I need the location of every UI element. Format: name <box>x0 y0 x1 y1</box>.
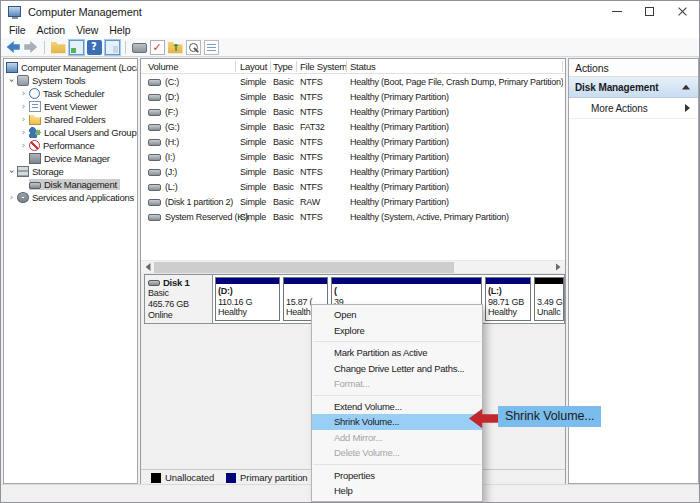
search-icon[interactable] <box>186 40 201 55</box>
context-menu-item[interactable]: Change Drive Letter and Paths... <box>312 361 482 377</box>
column-header-volume[interactable]: Volume <box>148 61 178 72</box>
tree-item[interactable]: Performance <box>18 139 137 152</box>
toolbar-button[interactable] <box>184 40 202 55</box>
column-header-file-system[interactable]: File System <box>300 61 347 72</box>
partition-box[interactable]: (L:) 98.71 GB Healthy <box>485 277 531 321</box>
maximize-button[interactable] <box>633 1 666 22</box>
minimize-button[interactable] <box>600 1 633 22</box>
upload-folder-icon[interactable] <box>168 40 183 55</box>
device-icon[interactable] <box>132 43 147 53</box>
partition-box[interactable]: 3.49 G Unallc <box>534 277 564 321</box>
tree-chevron-icon[interactable] <box>18 114 29 125</box>
tree-item[interactable]: Shared Folders <box>18 113 137 126</box>
tree-chevron-icon[interactable] <box>6 75 17 86</box>
column-divider[interactable] <box>270 61 271 72</box>
tree-chevron-icon[interactable] <box>18 88 29 99</box>
export-folder-icon[interactable] <box>51 40 66 55</box>
menubar-item[interactable]: View <box>76 24 98 36</box>
volume-row[interactable]: (I:) Simple Basic NTFS Healthy (Primary … <box>141 150 565 165</box>
toolbar-button[interactable] <box>67 40 85 55</box>
tree-item[interactable]: Computer Management (Local <box>3 61 137 74</box>
context-menu-item[interactable]: Add Mirror... <box>312 430 482 446</box>
more-actions-item[interactable]: More Actions <box>569 98 698 119</box>
volume-row[interactable]: (G:) Simple Basic FAT32 Healthy (Primary… <box>141 120 565 135</box>
context-menu-item[interactable]: Properties <box>312 468 482 484</box>
volume-row[interactable]: (C:) Simple Basic NTFS Healthy (Boot, Pa… <box>141 75 565 90</box>
column-header-layout[interactable]: Layout <box>240 61 267 72</box>
column-divider[interactable] <box>562 61 563 72</box>
actions-section-disk-management[interactable]: Disk Management <box>569 77 698 98</box>
tree-chevron-icon[interactable] <box>6 192 17 203</box>
volume-row[interactable]: System Reserved (K:) Simple Basic NTFS H… <box>141 210 565 225</box>
partition-status: Unallc <box>537 307 561 318</box>
tree-chevron-icon[interactable] <box>18 101 29 112</box>
context-menu-item[interactable]: Extend Volume... <box>312 399 482 415</box>
volume-row[interactable]: (F:) Simple Basic NTFS Healthy (Primary … <box>141 105 565 120</box>
context-menu-item[interactable]: Open <box>312 307 482 323</box>
partition-size: 110.16 G <box>218 297 277 308</box>
volume-row[interactable]: (H:) Simple Basic NTFS Healthy (Primary … <box>141 135 565 150</box>
toolbar-button[interactable] <box>202 40 220 55</box>
disk-label[interactable]: Disk 1 Basic 465.76 GB Online <box>145 275 213 323</box>
volume-type: Basic <box>273 152 294 162</box>
context-menu-item[interactable]: Help <box>312 483 482 499</box>
toolbar-button[interactable] <box>103 40 121 55</box>
toolbar-button[interactable] <box>130 41 148 53</box>
context-menu-item[interactable]: Delete Volume... <box>312 445 482 461</box>
menubar-item[interactable]: File <box>9 24 26 36</box>
column-header-status[interactable]: Status <box>350 61 563 72</box>
toolbar-button[interactable] <box>4 40 22 55</box>
back-arrow-icon[interactable] <box>6 40 21 55</box>
tree-chevron-icon[interactable] <box>6 166 17 177</box>
scrollbar-thumb[interactable] <box>154 262 454 273</box>
toolbar-button[interactable] <box>40 41 49 54</box>
column-header-type[interactable]: Type <box>273 61 293 72</box>
collapse-icon[interactable] <box>682 85 690 90</box>
checklist-icon[interactable] <box>150 40 165 55</box>
tree-chevron-icon[interactable] <box>18 140 29 151</box>
tree-item[interactable]: Task Scheduler <box>18 87 137 100</box>
tree-item[interactable]: Disk Management <box>18 178 137 191</box>
scroll-right-button[interactable] <box>551 261 565 273</box>
context-menu-item[interactable]: Mark Partition as Active <box>312 345 482 361</box>
help-icon[interactable] <box>87 40 102 55</box>
volume-row[interactable]: (D:) Simple Basic NTFS Healthy (Primary … <box>141 90 565 105</box>
scroll-left-button[interactable] <box>141 261 155 273</box>
toolbar-button[interactable] <box>22 40 40 55</box>
toolbar-button[interactable] <box>121 41 130 54</box>
horizontal-scrollbar[interactable] <box>141 260 565 274</box>
show-console-tree-icon[interactable] <box>69 40 84 55</box>
tree-item[interactable]: Device Manager <box>18 152 137 165</box>
toolbar-button[interactable] <box>85 40 103 55</box>
partition-box[interactable]: (D:) 110.16 G Healthy <box>215 277 280 321</box>
menubar-item[interactable]: Help <box>109 24 130 36</box>
menubar-item[interactable]: Action <box>37 24 66 36</box>
context-menu-item[interactable]: Explore <box>312 323 482 339</box>
volume-row[interactable]: (L:) Simple Basic NTFS Healthy (Primary … <box>141 180 565 195</box>
close-button[interactable] <box>666 1 699 22</box>
toolbar-button[interactable] <box>166 40 184 55</box>
volume-row[interactable]: (Disk 1 partition 2) Simple Basic RAW He… <box>141 195 565 210</box>
tree-chevron-icon[interactable] <box>18 127 29 138</box>
properties-icon[interactable] <box>204 40 219 55</box>
tree-item[interactable]: System Tools <box>6 74 137 87</box>
context-menu: Open Explore Mark Partition as Active Ch… <box>311 304 483 502</box>
column-divider[interactable] <box>235 61 236 72</box>
volume-name: (J:) <box>165 167 177 177</box>
show-action-pane-icon[interactable] <box>105 40 120 55</box>
forward-arrow-icon[interactable] <box>24 40 39 55</box>
tree-item[interactable]: Event Viewer <box>18 100 137 113</box>
tree-item[interactable]: Storage <box>6 165 137 178</box>
tree-item[interactable]: Local Users and Groups <box>18 126 137 139</box>
column-divider[interactable] <box>346 61 347 72</box>
tree-item[interactable]: Services and Applications <box>6 191 137 204</box>
context-menu-item[interactable]: Shrink Volume... <box>312 414 482 430</box>
volume-status: Healthy (Primary Partition) <box>350 137 563 147</box>
context-menu-item[interactable]: Format... <box>312 376 482 392</box>
toolbar-button[interactable] <box>49 40 67 55</box>
column-divider[interactable] <box>296 61 297 72</box>
volume-name: (D:) <box>165 92 179 102</box>
toolbar-button[interactable] <box>148 40 166 55</box>
legend-label: Primary partition <box>240 472 307 483</box>
volume-row[interactable]: (J:) Simple Basic NTFS Healthy (Primary … <box>141 165 565 180</box>
